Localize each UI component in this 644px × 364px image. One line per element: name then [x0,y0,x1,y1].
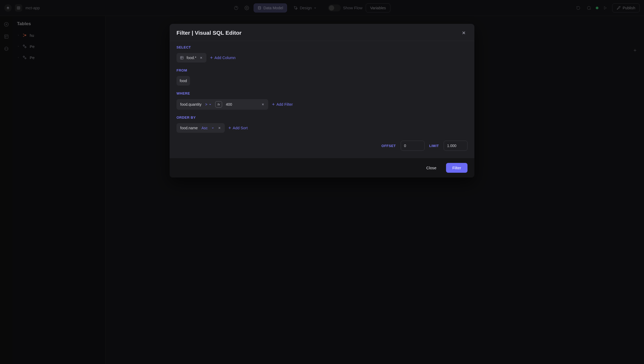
remove-filter-button[interactable] [261,103,264,106]
orderby-column[interactable]: food.name [180,126,198,130]
filter-button[interactable]: Filter [446,163,467,173]
modal-title: Filter | Visual SQL Editor [177,30,242,36]
chevron-down-icon [209,103,211,106]
select-column-chip[interactable]: food.* [177,53,206,63]
orderby-direction[interactable]: Asc [201,126,208,130]
limit-input[interactable] [444,141,467,151]
add-column-label: Add Column [214,56,236,60]
limit-label: LIMIT [429,144,439,148]
fx-button[interactable]: fx [215,101,222,108]
close-icon [200,56,203,59]
add-filter-label: Add Filter [276,102,293,106]
where-value[interactable]: 400 [226,102,258,106]
from-table-chip[interactable]: food [177,76,190,86]
orderby-condition: food.name Asc [177,123,225,133]
modal-backdrop: Filter | Visual SQL Editor SELECT food.* [0,0,644,364]
from-table-text: food [180,79,187,83]
plus-icon: + [210,55,213,60]
offset-label: OFFSET [381,144,396,148]
close-button[interactable]: Close [421,163,442,173]
table-icon [180,56,184,60]
remove-sort-button[interactable] [218,126,221,130]
offset-input[interactable] [401,141,425,151]
from-label: FROM [177,68,467,72]
operator-dropdown[interactable] [209,103,211,106]
orderby-label: ORDER BY [177,116,467,119]
add-sort-label: Add Sort [233,126,248,130]
remove-column-button[interactable] [199,56,203,59]
add-column-button[interactable]: + Add Column [210,55,236,60]
where-operator[interactable]: > [205,102,207,106]
close-icon [218,126,221,130]
modal-close-button[interactable] [460,29,467,37]
filter-modal: Filter | Visual SQL Editor SELECT food.* [170,24,474,177]
select-column-text: food.* [187,56,196,60]
plus-icon: + [228,126,231,130]
svg-rect-12 [180,56,183,59]
chevron-down-icon [211,127,214,129]
where-label: WHERE [177,91,467,95]
add-filter-button[interactable]: + Add Filter [272,102,293,107]
plus-icon: + [272,102,275,107]
close-icon [461,30,466,35]
close-icon [261,103,264,106]
where-column[interactable]: food.quantity [180,102,201,106]
where-condition: food.quantity > fx 400 [177,99,268,110]
select-label: SELECT [177,45,467,49]
direction-dropdown[interactable] [211,127,214,129]
add-sort-button[interactable]: + Add Sort [228,126,248,130]
